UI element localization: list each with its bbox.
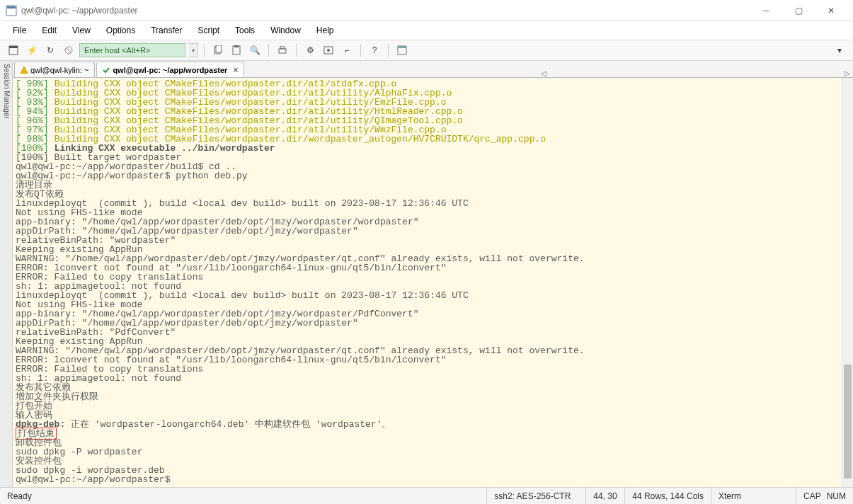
menu-edit[interactable]: Edit — [35, 24, 64, 37]
copy-icon[interactable] — [210, 42, 226, 58]
find-icon[interactable]: 🔍 — [247, 42, 263, 58]
close-tab-icon[interactable]: × — [233, 65, 238, 75]
svg-rect-11 — [280, 47, 285, 49]
disconnect-icon[interactable] — [61, 42, 76, 58]
tab-next-icon[interactable]: ▷ — [842, 69, 853, 77]
statusbar: Ready ssh2: AES-256-CTR 44, 30 44 Rows, … — [0, 487, 853, 504]
svg-rect-9 — [234, 45, 239, 47]
menu-script[interactable]: Script — [190, 24, 227, 37]
status-ready: Ready — [0, 488, 487, 504]
separator — [296, 44, 297, 57]
menu-file[interactable]: File — [6, 24, 33, 37]
svg-rect-15 — [398, 46, 406, 48]
toolbar-overflow-icon[interactable]: ▾ — [832, 42, 847, 58]
toolbar: ⚡ ↻ Enter host <Alt+R> ▾ 🔍 ⚙ ⌐ ? ▾ — [0, 40, 853, 61]
maximize-button[interactable]: ▢ — [782, 0, 815, 21]
tab-prev-icon[interactable]: ◁ — [538, 69, 549, 77]
menu-options[interactable]: Options — [99, 24, 142, 37]
svg-rect-10 — [279, 49, 286, 53]
scrollbar-vertical[interactable] — [842, 78, 853, 487]
keymap-icon[interactable]: ⌐ — [339, 42, 355, 58]
terminal-output: [ 90%] Building CXX object CMakeFiles/wo… — [13, 78, 853, 486]
reconnect-icon[interactable]: ↻ — [42, 42, 58, 58]
svg-point-13 — [327, 49, 330, 52]
paste-icon[interactable] — [229, 42, 244, 58]
scrollbar-thumb[interactable] — [844, 365, 852, 479]
menu-help[interactable]: Help — [309, 24, 341, 37]
check-icon — [103, 67, 110, 74]
help-icon[interactable]: ? — [367, 42, 382, 58]
separator — [388, 44, 389, 57]
terminal[interactable]: [ 90%] Building CXX object CMakeFiles/wo… — [13, 78, 853, 487]
host-dropdown-icon[interactable]: ▾ — [188, 43, 198, 57]
close-button[interactable]: ✕ — [815, 0, 847, 21]
options-icon[interactable]: ⚙ — [302, 42, 318, 58]
session-manager-icon[interactable] — [6, 42, 21, 58]
menu-transfer[interactable]: Transfer — [144, 24, 189, 37]
titlebar: qwl@qwl-pc: ~/app/wordpaster ─ ▢ ✕ — [0, 0, 853, 21]
status-term-type: Xterm — [711, 488, 796, 504]
menu-window[interactable]: Window — [263, 24, 308, 37]
warning-icon — [21, 67, 28, 74]
window-title: qwl@qwl-pc: ~/app/wordpaster — [21, 6, 750, 16]
tab-session-1[interactable]: qwl@qwl-kylin: ~ — [14, 62, 95, 77]
tab-label: qwl@qwl-pc: ~/app/wordpaster — [113, 66, 227, 74]
svg-line-5 — [67, 48, 71, 52]
session-options-icon[interactable] — [321, 42, 336, 58]
separator — [360, 44, 361, 57]
minimize-button[interactable]: ─ — [750, 0, 782, 21]
host-input[interactable]: Enter host <Alt+R> — [79, 43, 185, 57]
menubar: File Edit View Options Transfer Script T… — [0, 21, 853, 40]
svg-rect-3 — [9, 46, 18, 48]
svg-rect-7 — [216, 45, 222, 52]
separator — [204, 44, 205, 57]
status-connection: ssh2: AES-256-CTR — [487, 488, 586, 504]
svg-rect-1 — [7, 6, 16, 8]
tab-label: qwl@qwl-kylin: ~ — [30, 66, 88, 74]
print-icon[interactable] — [275, 42, 290, 58]
menu-view[interactable]: View — [65, 24, 98, 37]
status-caps: CAP — [796, 488, 824, 504]
app-icon — [6, 5, 17, 16]
menu-tools[interactable]: Tools — [228, 24, 262, 37]
status-size: 44 Rows, 144 Cols — [625, 488, 711, 504]
command-window-icon[interactable] — [394, 42, 410, 58]
tab-session-2[interactable]: qwl@qwl-pc: ~/app/wordpaster × — [96, 62, 244, 77]
session-manager-panel[interactable]: Session Manager — [0, 61, 13, 487]
tab-bar: qwl@qwl-kylin: ~ qwl@qwl-pc: ~/app/wordp… — [13, 61, 853, 78]
status-num: NUM — [824, 488, 853, 504]
separator — [268, 44, 269, 57]
quick-connect-icon[interactable]: ⚡ — [24, 42, 40, 58]
status-cursor-pos: 44, 30 — [586, 488, 625, 504]
svg-marker-16 — [21, 67, 28, 74]
